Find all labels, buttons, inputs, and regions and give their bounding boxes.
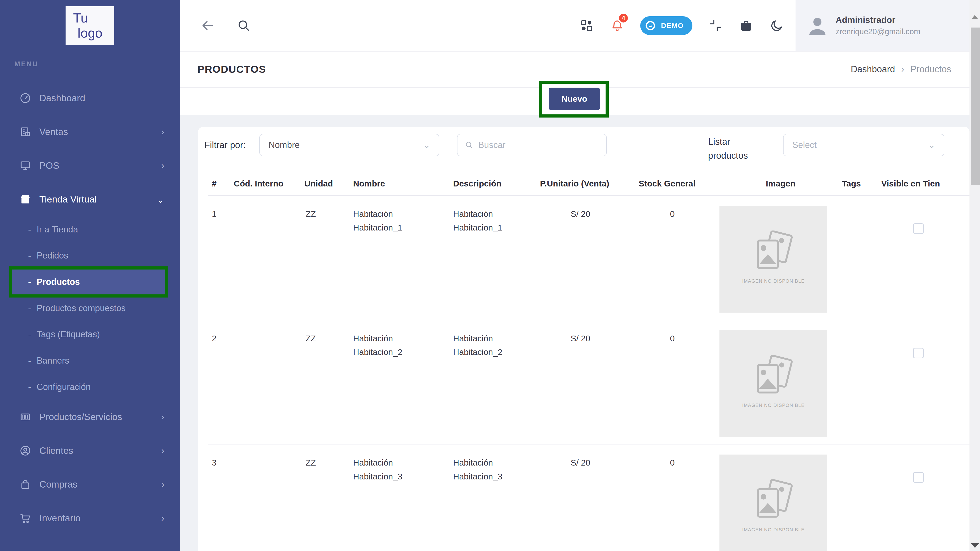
table-row: 2 ZZ Habitación Habitacion_2 Habitación …: [208, 320, 969, 445]
back-button[interactable]: [200, 18, 215, 33]
sidebar-item-label: Dashboard: [40, 93, 86, 104]
list-products-label: Listar productos: [708, 135, 760, 162]
sidebar-item-pos[interactable]: POS ›: [0, 149, 180, 183]
vertical-scrollbar[interactable]: [969, 0, 980, 551]
search-icon[interactable]: [236, 18, 251, 33]
store-icon: [19, 193, 31, 205]
list-products-select[interactable]: Select ⌄: [783, 134, 944, 156]
sidebar-subitem-banners[interactable]: - Banners: [0, 347, 180, 374]
nuevo-button[interactable]: Nuevo: [549, 88, 600, 110]
table-row: 3 ZZ Habitación Habitacion_3 Habitación …: [208, 444, 969, 551]
cell-imagen: IMAGEN NO DISPONIBLE: [719, 196, 842, 320]
col-header-nombre: Nombre: [353, 172, 453, 195]
notifications-bell-icon[interactable]: 4: [609, 18, 625, 33]
compress-icon[interactable]: [708, 18, 723, 33]
sidebar-item-compras[interactable]: Compras ›: [0, 468, 180, 502]
cell-unidad: ZZ: [304, 196, 353, 320]
sidebar-subitem-label: Pedidos: [37, 251, 68, 261]
no-image-icon: [749, 231, 798, 272]
sidebar-item-inventario[interactable]: Inventario ›: [0, 502, 180, 535]
top-header: 4 DEMO: [180, 0, 980, 51]
page-title: PRODUCTOS: [180, 64, 266, 75]
chevron-right-icon: ›: [161, 446, 164, 456]
scrollbar-thumb[interactable]: [970, 27, 980, 185]
cell-tags: [842, 196, 881, 320]
search-input[interactable]: [478, 140, 599, 150]
cell-num: 2: [208, 320, 234, 444]
cell-nombre: Habitación Habitacion_1: [353, 196, 453, 320]
menu-section-label: MENU: [14, 60, 38, 68]
cell-cod: [234, 444, 304, 551]
sidebar-subitem-ir-a-tienda[interactable]: - Ir a Tienda: [0, 217, 180, 243]
dash-bullet: -: [28, 356, 31, 366]
logo: Tu logo: [65, 6, 115, 45]
sidebar-subitem-pedidos[interactable]: - Pedidos: [0, 242, 180, 269]
image-placeholder: IMAGEN NO DISPONIBLE: [719, 330, 827, 437]
cell-unidad: ZZ: [304, 444, 353, 551]
visible-checkbox[interactable]: [913, 348, 924, 358]
col-header-descripcion: Descripción: [453, 172, 540, 195]
shopping-bag-icon: [19, 479, 31, 490]
speedometer-icon: [19, 92, 31, 104]
chevron-down-icon: ⌄: [928, 140, 935, 150]
dash-bullet: -: [28, 251, 31, 261]
search-icon: [465, 140, 473, 150]
cell-stock: 0: [639, 320, 719, 444]
filter-by-select[interactable]: Nombre ⌄: [259, 134, 439, 156]
scroll-up-arrow-icon[interactable]: [971, 15, 978, 19]
sidebar-item-dashboard[interactable]: Dashboard: [0, 81, 180, 115]
cell-precio: S/ 20: [540, 320, 639, 444]
sidebar-item-tienda-virtual[interactable]: Tienda Virtual ⌄: [0, 183, 180, 217]
building-icon: [19, 126, 31, 138]
table-header-row: # Cód. Interno Unidad Nombre Descripción…: [208, 172, 969, 196]
cell-tags: [842, 320, 881, 444]
filters-bar: Filtrar por: Nombre ⌄ Listar productos S…: [198, 127, 969, 172]
cell-nombre: Habitación Habitacion_3: [353, 444, 453, 551]
sidebar-subitem-productos-compuestos[interactable]: - Productos compuestos: [0, 295, 180, 322]
sidebar-subitem-label: Banners: [37, 356, 69, 366]
sidebar-item-label: POS: [40, 160, 59, 171]
sidebar-subitem-configuracion[interactable]: - Configuración: [0, 374, 180, 400]
cell-tags: [842, 444, 881, 551]
avatar: [807, 15, 828, 37]
sidebar-nav: Dashboard Ventas › POS › Tie: [0, 81, 180, 535]
sidebar-item-ventas[interactable]: Ventas ›: [0, 115, 180, 149]
cell-precio: S/ 20: [540, 196, 639, 320]
user-circle-icon: [19, 445, 31, 457]
image-placeholder: IMAGEN NO DISPONIBLE: [719, 455, 827, 551]
sidebar-item-clientes[interactable]: Clientes ›: [0, 434, 180, 468]
col-header-cod-interno: Cód. Interno: [234, 172, 304, 195]
visible-checkbox[interactable]: [913, 223, 924, 234]
sidebar-subitem-tags[interactable]: - Tags (Etiquetas): [0, 322, 180, 348]
sidebar-subitem-productos[interactable]: - Productos: [9, 266, 168, 298]
col-header-tags: Tags: [842, 172, 881, 195]
cell-descripcion: Habitación Habitacion_2: [453, 320, 540, 444]
cell-visible: [881, 444, 969, 551]
cell-imagen: IMAGEN NO DISPONIBLE: [719, 320, 842, 444]
sidebar-subitem-label: Tags (Etiquetas): [37, 330, 100, 339]
cell-cod: [234, 196, 304, 320]
cell-cod: [234, 320, 304, 444]
sidebar-item-label: Ventas: [40, 127, 68, 137]
dark-mode-moon-icon[interactable]: [770, 18, 784, 33]
apps-grid-icon[interactable]: [579, 18, 594, 33]
annotation-box-nuevo: Nuevo: [539, 81, 609, 118]
scroll-down-arrow-icon[interactable]: [970, 543, 979, 548]
breadcrumb: Dashboard › Productos: [851, 64, 980, 75]
user-profile-menu[interactable]: Administrador zrenrique20@gmail.com: [795, 0, 980, 51]
sidebar-subitem-label: Productos: [37, 277, 80, 287]
sidebar-subitem-label: Configuración: [37, 382, 91, 392]
demo-badge[interactable]: DEMO: [640, 16, 692, 35]
sidebar-subitem-label: Productos compuestos: [37, 303, 126, 313]
visible-checkbox[interactable]: [913, 472, 924, 483]
cell-num: 3: [208, 444, 234, 551]
main-area: 4 DEMO: [180, 0, 980, 551]
chevron-right-icon: ›: [161, 160, 164, 171]
sidebar-item-productos-servicios[interactable]: Productos/Servicios ›: [0, 400, 180, 434]
breadcrumb-dashboard[interactable]: Dashboard: [851, 64, 895, 75]
breadcrumb-productos: Productos: [910, 64, 951, 75]
filter-by-label: Filtrar por:: [204, 134, 246, 156]
briefcase-icon[interactable]: [739, 18, 754, 33]
cell-stock: 0: [639, 444, 719, 551]
col-header-precio: P.Unitario (Venta): [540, 172, 639, 195]
